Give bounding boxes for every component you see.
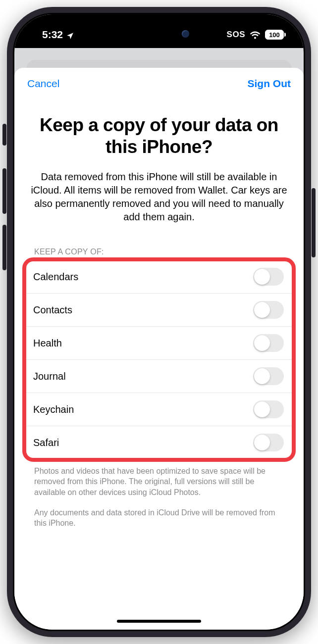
list-item-label: Journal [33,371,66,382]
list-item-label: Calendars [33,271,78,283]
page-title: Keep a copy of your data on this iPhone? [14,95,304,170]
front-camera-icon [182,30,189,38]
list-item-keychain: Keychain [26,393,292,426]
phone-frame: 5:32 SOS 100 [7,7,311,637]
list-header: KEEP A COPY OF: [14,248,304,260]
cancel-button[interactable]: Cancel [27,78,59,90]
list-item-label: Keychain [33,404,74,415]
list-item-safari: Safari [26,426,292,459]
list-item-calendars: Calendars [26,260,292,294]
toggle-calendars[interactable] [253,268,284,286]
sos-indicator: SOS [227,30,245,40]
toggle-journal[interactable] [253,367,284,385]
toggle-health[interactable] [253,334,284,352]
wifi-icon [250,31,261,39]
footer-text-photos: Photos and videos that have been optimiz… [14,459,304,497]
data-copy-list: Calendars Contacts Health [26,260,292,459]
sign-out-button[interactable]: Sign Out [248,78,291,90]
list-item-contacts: Contacts [26,294,292,327]
footer-text-drive: Any documents and data stored in iCloud … [14,497,304,528]
battery-percent: 100 [269,31,280,39]
battery-icon: 100 [265,30,284,40]
list-item-health: Health [26,327,292,360]
location-arrow-icon [66,31,74,39]
toggle-keychain[interactable] [253,400,284,418]
page-description: Data removed from this iPhone will still… [14,170,304,248]
nav-bar: Cancel Sign Out [14,68,304,95]
list-item-label: Contacts [33,304,72,316]
dynamic-island [119,23,199,44]
modal-card: Cancel Sign Out Keep a copy of your data… [14,68,304,630]
status-time: 5:32 [42,29,63,41]
list-item-journal: Journal [26,360,292,393]
status-bar: 5:32 SOS 100 [14,14,304,48]
toggle-contacts[interactable] [253,301,284,319]
list-item-label: Safari [33,437,59,448]
toggle-safari[interactable] [253,434,284,451]
list-item-label: Health [33,338,62,349]
home-indicator[interactable] [117,620,201,623]
